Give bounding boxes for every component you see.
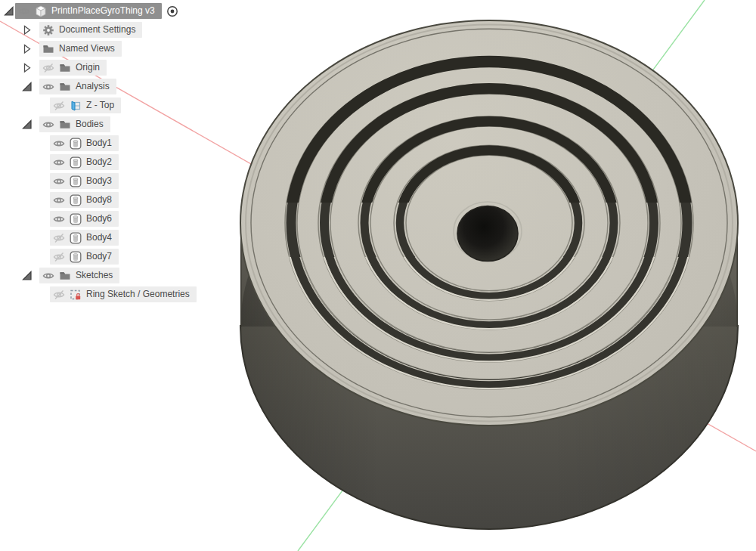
gyro-disc-model[interactable] [240, 20, 738, 529]
tree-row-body1[interactable]: Body1 [0, 134, 242, 153]
visibility-eye-off-icon[interactable] [53, 289, 65, 301]
tree-row-ring-sketch[interactable]: Ring Sketch / Geometries [0, 285, 242, 304]
folder-icon [59, 119, 71, 131]
tree-label: Analysis [76, 79, 110, 94]
gear-icon [42, 24, 54, 36]
tree-row-root-component[interactable]: PrintInPlaceGyroThing v3 [0, 2, 242, 20]
visibility-eye-off-icon[interactable] [42, 62, 54, 74]
expand-arrow-icon[interactable] [3, 5, 15, 17]
tree-row-named-views[interactable]: Named Views [0, 39, 242, 58]
visibility-eye-icon[interactable] [42, 119, 54, 131]
expand-arrow-icon[interactable] [21, 81, 33, 93]
tree-row-document-settings[interactable]: Document Settings [0, 20, 242, 39]
folder-icon [42, 43, 54, 55]
folder-icon [59, 62, 71, 74]
tree-label: Ring Sketch / Geometries [86, 286, 190, 302]
tree-row-z-top[interactable]: Z - Top [0, 96, 242, 115]
expand-arrow-icon[interactable] [21, 43, 33, 55]
tree-label: Body4 [86, 230, 112, 246]
body-cylinder-icon [70, 232, 82, 244]
tree-row-body7[interactable]: Body7 [0, 247, 242, 266]
tree-label: Named Views [59, 41, 115, 57]
fusion360-window: { "browser": { "rows": [ {"label": "Prin… [0, 0, 756, 551]
tree-row-bodies[interactable]: Bodies [0, 115, 242, 134]
body-cylinder-icon [70, 138, 82, 150]
tree-row-body3[interactable]: Body3 [0, 172, 242, 190]
visibility-eye-icon[interactable] [53, 138, 65, 150]
expand-arrow-icon[interactable] [21, 119, 33, 131]
visibility-eye-icon[interactable] [53, 175, 65, 187]
expand-arrow-icon[interactable] [21, 62, 33, 74]
tree-row-body2[interactable]: Body2 [0, 153, 242, 172]
visibility-eye-off-icon[interactable] [53, 251, 65, 263]
visibility-eye-icon[interactable] [42, 270, 54, 282]
visibility-eye-icon[interactable] [53, 194, 65, 206]
tree-label: Document Settings [59, 22, 135, 38]
tree-label: Body2 [86, 154, 112, 170]
visibility-eye-icon[interactable] [18, 5, 30, 17]
folder-icon [59, 270, 71, 282]
tree-label: Origin [76, 60, 100, 76]
activate-component-radio[interactable] [166, 5, 178, 17]
section-analysis-icon [70, 100, 82, 112]
expand-arrow-icon[interactable] [21, 24, 33, 36]
disc-top-face [240, 20, 738, 426]
body-cylinder-icon [70, 194, 82, 206]
visibility-eye-icon[interactable] [42, 81, 54, 93]
tree-row-body8[interactable]: Body8 [0, 190, 242, 209]
tree-row-body4[interactable]: Body4 [0, 228, 242, 247]
visibility-eye-off-icon[interactable] [53, 100, 65, 112]
tree-label: Body1 [86, 135, 112, 151]
tree-label: Bodies [76, 116, 104, 132]
tree-label: Z - Top [86, 98, 114, 113]
sketch-locked-icon [70, 289, 82, 301]
body-cylinder-icon [70, 213, 82, 225]
expand-arrow-icon[interactable] [21, 270, 33, 282]
tree-label: Body6 [86, 211, 112, 227]
tree-label: Sketches [76, 268, 113, 283]
component-name-label: PrintInPlaceGyroThing v3 [51, 3, 155, 19]
browser-tree-panel: PrintInPlaceGyroThing v3 Document Settin… [0, 2, 242, 304]
tree-row-body6[interactable]: Body6 [0, 209, 242, 228]
body-cylinder-icon [70, 175, 82, 187]
center-hole [457, 206, 518, 262]
folder-icon [59, 81, 71, 93]
visibility-eye-icon[interactable] [53, 213, 65, 225]
component-cube-icon [35, 5, 47, 17]
tree-row-sketches[interactable]: Sketches [0, 266, 242, 285]
body-cylinder-icon [70, 251, 82, 263]
tree-row-analysis[interactable]: Analysis [0, 77, 242, 96]
tree-label: Body8 [86, 192, 112, 208]
tree-label: Body7 [86, 249, 112, 265]
tree-label: Body3 [86, 173, 112, 189]
visibility-eye-icon[interactable] [53, 156, 65, 169]
visibility-eye-off-icon[interactable] [53, 232, 65, 244]
body-cylinder-icon [70, 156, 82, 169]
tree-row-origin[interactable]: Origin [0, 58, 242, 77]
